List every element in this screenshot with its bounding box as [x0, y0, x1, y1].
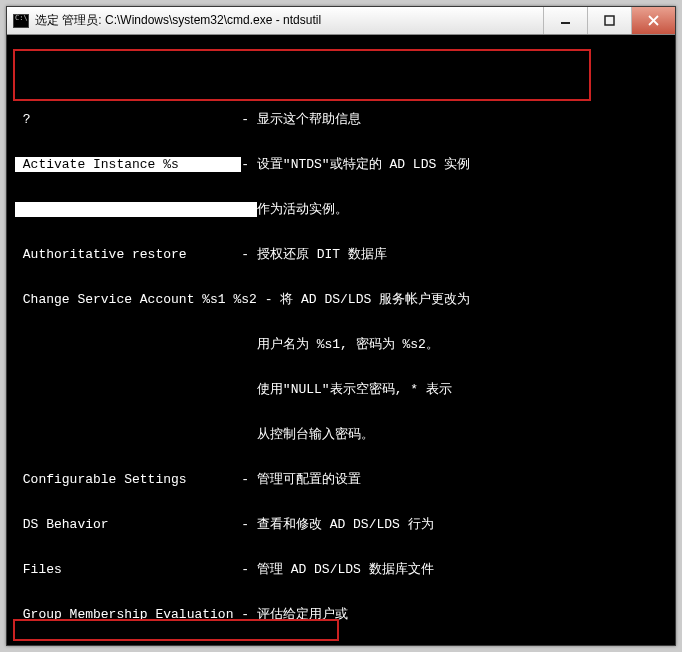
titlebar-left: 选定 管理员: C:\Windows\system32\cmd.exe - nt… [7, 12, 321, 29]
output-line: Activate Instance %s - 设置"NTDS"或特定的 AD L… [15, 157, 671, 172]
cmd-window: 选定 管理员: C:\Windows\system32\cmd.exe - nt… [6, 6, 676, 646]
output-line: 用户名为 %s1, 密码为 %s2。 [15, 337, 671, 352]
selected-text [15, 202, 257, 217]
minimize-icon [560, 15, 571, 26]
window-title: 选定 管理员: C:\Windows\system32\cmd.exe - nt… [35, 12, 321, 29]
minimize-button[interactable] [543, 7, 587, 34]
output-line: ? - 显示这个帮助信息 [15, 112, 671, 127]
terminal-area[interactable]: ? - 显示这个帮助信息 Activate Instance %s - 设置"N… [7, 35, 675, 645]
titlebar[interactable]: 选定 管理员: C:\Windows\system32\cmd.exe - nt… [7, 7, 675, 35]
cmd-icon [13, 14, 29, 28]
close-button[interactable] [631, 7, 675, 34]
output-line: 从控制台输入密码。 [15, 427, 671, 442]
svg-rect-1 [605, 16, 614, 25]
output-line: Configurable Settings - 管理可配置的设置 [15, 472, 671, 487]
output-line: Authoritative restore - 授权还原 DIT 数据库 [15, 247, 671, 262]
output-line: DS Behavior - 查看和修改 AD DS/LDS 行为 [15, 517, 671, 532]
maximize-button[interactable] [587, 7, 631, 34]
output-line: Change Service Account %s1 %s2 - 将 AD DS… [15, 292, 671, 307]
highlight-box-2 [13, 619, 339, 641]
maximize-icon [604, 15, 615, 26]
output-line: 使用"NULL"表示空密码, * 表示 [15, 382, 671, 397]
output-line: 作为活动实例。 [15, 202, 671, 217]
titlebar-buttons [543, 7, 675, 34]
selected-text: Activate Instance %s [15, 157, 241, 172]
output-line: Group Membership Evaluation - 评估给定用户或 [15, 607, 671, 622]
output-line: Files - 管理 AD DS/LDS 数据库文件 [15, 562, 671, 577]
close-icon [648, 15, 659, 26]
highlight-box-1 [13, 49, 591, 101]
